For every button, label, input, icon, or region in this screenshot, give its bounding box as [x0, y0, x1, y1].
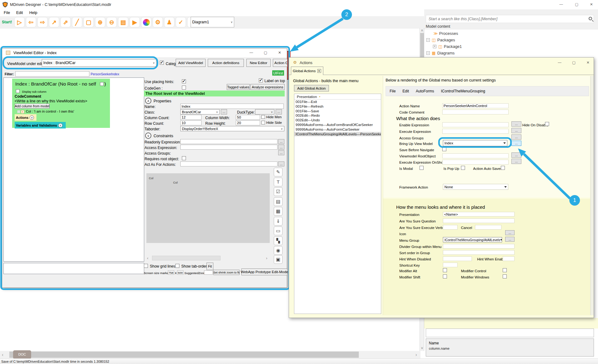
menu-preview-item-autoforms[interactable]: AutoForms [416, 89, 434, 93]
execute-expression-more-button[interactable]: ... [511, 128, 521, 133]
hscroll-thumb[interactable] [9, 352, 359, 358]
show-grid-checkbox[interactable] [144, 264, 148, 268]
color-wheel-icon[interactable] [141, 17, 151, 27]
tagged-values-button[interactable]: Tagged values [227, 84, 250, 90]
cancel-verb-input[interactable] [475, 225, 501, 230]
import-tray-icon[interactable]: ⇓ [274, 217, 282, 226]
preview-hscroll-thumb[interactable] [152, 256, 221, 260]
filter-input[interactable] [15, 71, 89, 77]
global-action-row[interactable]: 002Edit---Redo [294, 113, 381, 118]
window-date-icon[interactable]: ▤ [118, 17, 128, 27]
global-action-row[interactable]: 001File---Refresh [294, 104, 381, 109]
shortcut-key-input[interactable] [443, 263, 458, 267]
tree-item-packages[interactable]: −◫Packages [425, 37, 550, 43]
collapse-icon[interactable]: − [426, 51, 430, 55]
properties-collapse-icon[interactable]: ∧ [145, 98, 151, 104]
no-self-checkbox[interactable] [100, 82, 104, 86]
select-frame-icon[interactable]: ▢ [83, 17, 94, 27]
link-index[interactable]: Index [111, 72, 119, 76]
screen-height-input[interactable] [177, 270, 183, 275]
hide-on-disable-checkbox[interactable] [545, 122, 549, 126]
categ-checkbox[interactable]: ✓ [160, 61, 164, 65]
webapp-prototype-button[interactable]: WebApp Prototype Edit-Mode [241, 268, 287, 275]
icon-more-button[interactable]: ... [505, 230, 515, 235]
are-you-sure-question-input[interactable] [443, 218, 515, 223]
class-more-button[interactable]: ... [221, 109, 227, 114]
enable-expression-more-button[interactable]: ... [511, 121, 521, 127]
zoom-out-icon[interactable]: ⊖ [107, 17, 117, 27]
modifier-windows-checkbox[interactable] [503, 274, 507, 278]
global-actions-list[interactable]: Presentation ▼ 001File---Exit001File---R… [294, 94, 381, 314]
link-personseeker[interactable]: PersonSeeker [91, 72, 112, 76]
access-groups-more-button[interactable]: ... [511, 134, 521, 140]
text-field-icon[interactable]: ▭ [274, 226, 282, 235]
execute-expression-input[interactable] [442, 129, 509, 134]
text-column-icon[interactable]: T [274, 178, 282, 186]
nav-forward-icon[interactable]: ⇨ [37, 17, 48, 27]
requires-root-checkbox[interactable] [182, 156, 186, 160]
display-sub-column-checkbox[interactable] [16, 89, 20, 93]
dropdown-column-icon[interactable]: ▤ [274, 197, 282, 206]
tab-global-actions[interactable]: Global Actions X [291, 67, 323, 75]
framework-action-combobox[interactable]: None [443, 184, 508, 190]
action-auto-saves-checkbox[interactable] [501, 166, 505, 170]
use-placing-hints-checkbox[interactable]: ✓ [182, 79, 186, 83]
scroll-down-icon[interactable]: ∨ [421, 346, 423, 350]
globe-icon[interactable]: ◉ [274, 246, 282, 255]
grid-table-icon[interactable]: ▚ [274, 236, 282, 245]
is-popup-checkbox[interactable] [461, 166, 465, 170]
draw-generalization-icon[interactable]: ⇗ [60, 17, 71, 27]
column-item-label[interactable]: Col : 'I am in control - I own this' [26, 110, 74, 113]
menu-group-more-button[interactable]: ... [505, 237, 515, 242]
column-width-input[interactable] [236, 115, 260, 120]
menu-edit[interactable]: Edit [16, 11, 23, 15]
act-as-more-button[interactable]: ... [278, 161, 284, 166]
act-as-input[interactable] [180, 161, 278, 166]
bring-up-more-button[interactable]: ... [511, 141, 521, 146]
action-code-button[interactable]: Action C [273, 59, 287, 67]
chevron-down-icon[interactable]: ∨ [58, 123, 63, 128]
global-action-row[interactable]: IControlTheMenuGrouping/AtAllLevels---Pe… [294, 132, 381, 137]
menu-preview-item-file[interactable]: File [390, 89, 396, 93]
action-name-input[interactable] [442, 103, 509, 108]
menu-group-combobox[interactable]: IControlTheMenuGrouping/AtAllLevels [443, 237, 502, 242]
modifier-alt-checkbox[interactable] [443, 268, 447, 272]
tab-close-icon[interactable]: X [317, 69, 321, 73]
scroll-left-icon[interactable]: ‹ [147, 256, 148, 260]
global-action-row[interactable]: 001File---Exit [294, 100, 381, 104]
menu-preview-item-icontrolthemenugrouping[interactable]: IControlTheMenuGrouping [441, 89, 485, 93]
enable-expression-input[interactable] [442, 122, 509, 127]
user-link-icon[interactable]: ♟ [164, 17, 174, 27]
add-global-action-button[interactable]: Add Global Action [294, 85, 329, 91]
scroll-right-icon[interactable]: › [266, 256, 267, 260]
access-expression-input[interactable] [180, 145, 278, 150]
chevron-down-icon[interactable]: ∨ [30, 115, 34, 120]
readonly-expression-input[interactable] [180, 139, 278, 144]
checkbox-column-icon[interactable]: ☑ [274, 187, 282, 196]
canvas-hscrollbar[interactable]: ‹ › [0, 351, 420, 358]
settings-gears-icon[interactable]: ⚙ [153, 17, 163, 27]
row-count-input[interactable] [180, 120, 202, 125]
vm-minimize-button[interactable]: — [249, 50, 253, 54]
row-height-input[interactable] [236, 120, 260, 125]
taborder-combobox[interactable]: DisplayOrderYBeforeX∨ [180, 126, 284, 131]
validate-check-icon[interactable]: ✓ [176, 17, 186, 27]
hint-when-disabled-input[interactable] [443, 256, 472, 261]
diagram-select[interactable]: Diagram1 ∨ [191, 17, 234, 27]
viewmodel-rootobject-more-button[interactable]: ... [511, 152, 521, 158]
draw-association-icon[interactable]: ↗ [49, 17, 59, 27]
global-action-row[interactable]: 99999AutoForms---AutoFormBrandOfCarSeeke… [294, 123, 381, 127]
screen-width-input[interactable] [168, 270, 174, 275]
actions-section-bar[interactable]: Actions ∨ [15, 114, 36, 121]
tree-item-processes[interactable]: ≫Processes [425, 30, 550, 37]
global-action-row[interactable]: 002Edit---Undo [294, 118, 381, 123]
viewmodel-card[interactable]: Index : BrandOfCar (No Root - no self ) … [12, 79, 110, 128]
actions-minimize-button[interactable]: — [558, 60, 562, 64]
access-groups-more-button[interactable]: ... [278, 150, 284, 155]
set-shrink-zoom-button[interactable]: Set shrink zoom to fit [213, 270, 240, 275]
vm-preview-canvas[interactable]: Col Col [146, 173, 270, 243]
date-picker-icon[interactable]: ▦ [274, 207, 282, 216]
menu-file[interactable]: File [4, 11, 10, 15]
nav-back-icon[interactable]: ⇦ [26, 17, 36, 27]
scroll-left-icon[interactable]: ‹ [2, 352, 3, 357]
